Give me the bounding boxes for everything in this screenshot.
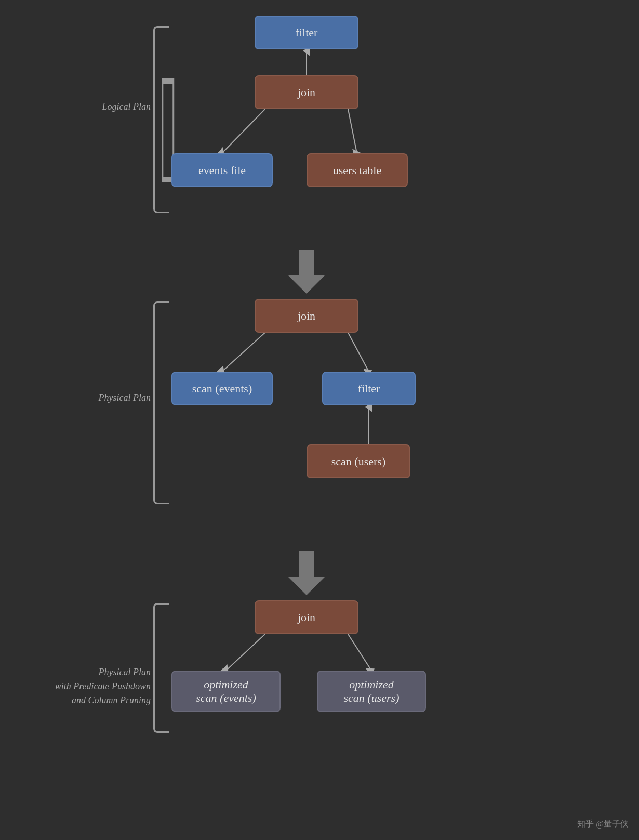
filter-mid-node: filter xyxy=(322,372,416,405)
arrows-svg xyxy=(0,0,639,840)
optimized-plan-brace-visual xyxy=(153,603,169,733)
events-file-node: events file xyxy=(171,153,273,187)
opt-scan-events-node: optimized scan (events) xyxy=(171,671,281,712)
opt-scan-users-node: optimized scan (users) xyxy=(317,671,426,712)
join-top-node: join xyxy=(255,75,358,109)
svg-line-11 xyxy=(226,634,265,671)
svg-line-4 xyxy=(222,109,265,153)
join-bot-node: join xyxy=(255,600,358,634)
users-table-node: users table xyxy=(307,153,408,187)
watermark: 知乎 @量子侠 xyxy=(577,819,629,830)
logical-plan-label: Logical Plan xyxy=(60,101,151,112)
svg-marker-10 xyxy=(288,551,325,595)
logical-plan-brace-visual xyxy=(153,26,169,213)
join-mid-node: join xyxy=(255,299,358,333)
filter-top-node: filter xyxy=(255,16,358,49)
diagram-container:  Logical Plan filter join events file u… xyxy=(0,0,639,840)
physical-plan-brace-visual xyxy=(153,301,169,504)
scan-users-node: scan (users) xyxy=(307,444,410,478)
svg-line-7 xyxy=(222,333,265,372)
scan-events-node: scan (events) xyxy=(171,372,273,405)
physical-plan-label: Physical Plan xyxy=(52,392,151,403)
optimized-plan-label: Physical Planwith Predicate Pushdownand … xyxy=(29,665,151,707)
svg-line-8 xyxy=(348,333,369,372)
svg-line-12 xyxy=(348,634,371,671)
svg-line-5 xyxy=(348,109,357,153)
svg-marker-6 xyxy=(288,250,325,294)
